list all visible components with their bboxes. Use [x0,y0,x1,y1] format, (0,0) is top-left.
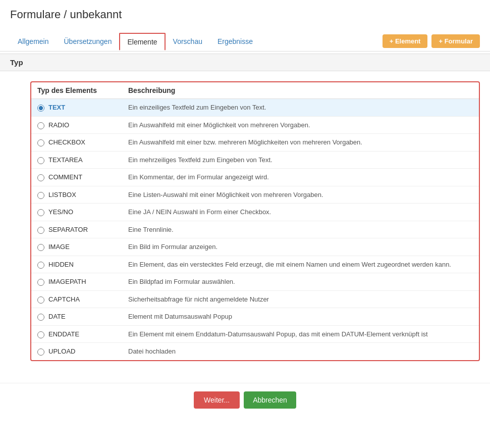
radio-imagepath[interactable] [37,279,44,286]
radio-label-image[interactable]: IMAGE [37,242,116,251]
table-row: DATEElement mit Datumsauswahl Popup [31,308,479,326]
element-type-table: Typ des Elements Beschreibung TEXTEin ei… [31,82,479,360]
radio-label-textarea[interactable]: TEXTAREA [37,155,116,164]
tab-ergebnisse[interactable]: Ergebnisse [210,33,260,51]
type-name-checkbox: CHECKBOX [48,138,85,146]
weiter-button[interactable]: Weiter... [194,391,240,409]
radio-image[interactable] [37,244,44,251]
table-row: CHECKBOXEin Auswahlfeld mit einer bzw. m… [31,134,479,152]
element-type-table-wrapper: Typ des Elements Beschreibung TEXTEin ei… [30,81,480,361]
nav-tabs: Allgemein Übersetzungen Elemente Vorscha… [10,33,260,50]
abbrechen-button[interactable]: Abbrechen [244,391,296,409]
tab-elemente[interactable]: Elemente [119,33,165,51]
radio-hidden[interactable] [37,262,44,269]
desc-textarea: Ein mehrzeiliges Textfeld zum Eingeben v… [122,151,479,169]
footer-area: Weiter... Abbrechen [0,383,490,417]
type-name-date: DATE [48,313,66,320]
table-row: TEXTAREAEin mehrzeiliges Textfeld zum Ei… [31,151,479,169]
radio-captcha[interactable] [37,296,44,304]
desc-captcha: Sicherheitsabfrage für nicht angemeldete… [122,290,479,308]
radio-label-hidden[interactable]: HIDDEN [37,260,116,269]
add-formular-button[interactable]: + Formular [431,34,480,48]
table-row: UPLOADDatei hochladen [31,343,479,360]
type-name-yesno: YES/NO [48,208,73,216]
type-name-comment: COMMENT [48,173,82,181]
desc-separator: Eine Trennlinie. [122,221,479,238]
type-name-separator: SEPARATOR [48,226,88,233]
content-area: Typ des Elements Beschreibung TEXTEin ei… [0,71,490,373]
radio-listbox[interactable] [37,192,44,199]
desc-hidden: Ein Element, das ein verstecktes Feld er… [122,256,479,273]
table-row: YES/NOEine JA / NEIN Auswahl in Form ein… [31,204,479,221]
desc-text: Ein einzeiliges Textfeld zum Eingeben vo… [122,99,479,117]
navigation-bar: Allgemein Übersetzungen Elemente Vorscha… [0,31,490,52]
radio-label-upload[interactable]: UPLOAD [37,346,116,356]
table-row: TEXTEin einzeiliges Textfeld zum Eingebe… [31,99,479,117]
page-title: Formulare / unbekannt [10,8,480,21]
tab-vorschau[interactable]: Vorschau [166,33,210,51]
radio-label-captcha[interactable]: CAPTCHA [37,294,116,304]
radio-yesno[interactable] [37,209,44,216]
add-element-button[interactable]: + Element [383,34,428,48]
desc-enddate: Ein Element mit einem Enddatum-Datumsaus… [122,325,479,343]
desc-image: Ein Bild im Formular anzeigen. [122,238,479,256]
radio-label-separator[interactable]: SEPARATOR [37,225,116,234]
table-row: ENDDATEEin Element mit einem Enddatum-Da… [31,325,479,343]
radio-label-text[interactable]: TEXT [37,103,116,112]
radio-label-imagepath[interactable]: IMAGEPATH [37,277,116,286]
radio-label-checkbox[interactable]: CHECKBOX [37,137,116,146]
radio-text[interactable] [37,105,44,112]
type-name-enddate: ENDDATE [48,330,79,338]
desc-imagepath: Ein Bildpfad im Formular auswählen. [122,273,479,291]
radio-upload[interactable] [37,349,44,356]
type-name-captcha: CAPTCHA [48,295,80,303]
radio-label-yesno[interactable]: YES/NO [37,207,116,216]
table-row: HIDDENEin Element, das ein verstecktes F… [31,256,479,273]
table-row: IMAGEPATHEin Bildpfad im Formular auswäh… [31,273,479,291]
nav-action-buttons: + Element + Formular [383,31,480,51]
type-name-listbox: LISTBOX [48,191,76,198]
desc-upload: Datei hochladen [122,343,479,360]
desc-yesno: Eine JA / NEIN Auswahl in Form einer Che… [122,204,479,221]
radio-label-listbox[interactable]: LISTBOX [37,190,116,199]
type-name-textarea: TEXTAREA [48,156,83,164]
section-typ: Typ [0,54,490,71]
type-name-hidden: HIDDEN [48,261,74,268]
desc-comment: Ein Kommentar, der im Formular angezeigt… [122,169,479,186]
col-header-type: Typ des Elements [31,82,122,99]
type-name-upload: UPLOAD [48,347,75,355]
radio-radio[interactable] [37,122,44,129]
table-row: CAPTCHASicherheitsabfrage für nicht ange… [31,290,479,308]
radio-enddate[interactable] [37,331,44,338]
table-row: COMMENTEin Kommentar, der im Formular an… [31,169,479,186]
radio-label-enddate[interactable]: ENDDATE [37,329,116,338]
table-row: RADIOEin Auswahlfeld mit einer Möglichke… [31,116,479,134]
radio-textarea[interactable] [37,157,44,164]
radio-checkbox[interactable] [37,139,44,146]
radio-comment[interactable] [37,174,44,181]
table-row: SEPARATOREine Trennlinie. [31,221,479,238]
col-header-desc: Beschreibung [122,82,479,99]
type-name-imagepath: IMAGEPATH [48,278,86,285]
type-name-text: TEXT [48,104,65,111]
table-row: IMAGEEin Bild im Formular anzeigen. [31,238,479,256]
radio-label-radio[interactable]: RADIO [37,120,116,129]
tab-uebersetzungen[interactable]: Übersetzungen [56,33,119,51]
desc-listbox: Eine Listen-Auswahl mit einer Möglichkei… [122,186,479,204]
type-name-radio: RADIO [48,121,69,129]
tab-allgemein[interactable]: Allgemein [10,33,56,51]
section-title: Typ [10,58,23,67]
type-name-image: IMAGE [48,243,70,251]
radio-date[interactable] [37,314,44,321]
radio-label-date[interactable]: DATE [37,312,116,321]
radio-label-comment[interactable]: COMMENT [37,172,116,181]
table-row: LISTBOXEine Listen-Auswahl mit einer Mög… [31,186,479,204]
desc-checkbox: Ein Auswahlfeld mit einer bzw. mehreren … [122,134,479,152]
desc-radio: Ein Auswahlfeld mit einer Möglichkeit vo… [122,116,479,134]
desc-date: Element mit Datumsauswahl Popup [122,308,479,326]
radio-separator[interactable] [37,227,44,234]
